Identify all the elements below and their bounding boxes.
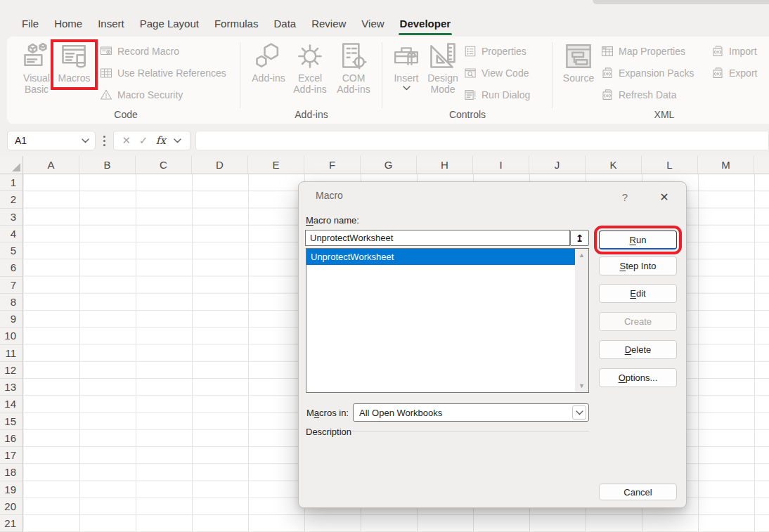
row-header-6[interactable]: 6 xyxy=(0,259,22,276)
name-box[interactable]: A1 xyxy=(7,131,96,150)
column-header-G[interactable]: G xyxy=(361,156,417,174)
design-mode-button[interactable]: Design Mode xyxy=(425,41,461,95)
formula-bar-options-icon[interactable] xyxy=(103,136,105,138)
column-header-L[interactable]: L xyxy=(642,156,698,174)
column-header-H[interactable]: H xyxy=(417,156,473,174)
row-header-16[interactable]: 16 xyxy=(0,430,22,447)
column-header-C[interactable]: C xyxy=(136,156,192,174)
tab-insert[interactable]: Insert xyxy=(90,12,132,36)
excel-add-ins-button[interactable]: Excel Add-ins xyxy=(289,41,331,95)
formula-bar-controls: ✕ ✓ fx xyxy=(113,131,190,150)
close-icon[interactable]: ✕ xyxy=(653,187,676,207)
row-header-17[interactable]: 17 xyxy=(0,447,22,464)
confirm-entry-icon[interactable]: ✓ xyxy=(139,134,148,147)
use-relative-references-button[interactable]: Use Relative References xyxy=(100,65,226,81)
gear-icon xyxy=(295,41,325,72)
row-header-11[interactable]: 11 xyxy=(0,345,22,362)
source-label: Source xyxy=(563,72,594,84)
run-dialog-button[interactable]: Run Dialog xyxy=(464,87,530,103)
select-all-corner[interactable] xyxy=(0,156,23,174)
insert-control-button[interactable]: Insert xyxy=(390,41,422,91)
dropdown-chevron-icon[interactable] xyxy=(572,406,586,420)
scroll-down-icon[interactable]: ▼ xyxy=(575,382,588,389)
row-header-20[interactable]: 20 xyxy=(0,498,22,515)
list-scrollbar[interactable]: ▲ ▼ xyxy=(575,249,588,392)
add-ins-button[interactable]: Add-ins xyxy=(250,41,287,84)
row-header-1[interactable]: 1 xyxy=(0,174,22,191)
tab-home[interactable]: Home xyxy=(46,12,90,36)
row-header-21[interactable]: 21 xyxy=(0,515,22,532)
chevron-down-icon[interactable] xyxy=(174,138,181,143)
row-header-10[interactable]: 10 xyxy=(0,327,22,344)
scroll-up-icon[interactable]: ▲ xyxy=(575,252,588,259)
row-header-4[interactable]: 4 xyxy=(0,226,22,242)
properties-button[interactable]: Properties xyxy=(464,44,526,59)
row-header-13[interactable]: 13 xyxy=(0,379,22,396)
column-header-F[interactable]: F xyxy=(304,156,361,174)
column-header-E[interactable]: E xyxy=(248,156,304,174)
tab-formulas[interactable]: Formulas xyxy=(207,12,266,36)
expansion-packs-button[interactable]: Expansion Packs xyxy=(601,65,694,81)
column-header-J[interactable]: J xyxy=(529,156,586,174)
tab-data[interactable]: Data xyxy=(266,12,304,36)
group-separator xyxy=(240,42,240,108)
step-into-button[interactable]: Step Into xyxy=(599,257,677,275)
macros-in-select[interactable]: All Open Workbooks xyxy=(353,403,589,422)
tab-view[interactable]: View xyxy=(354,12,392,36)
row-header-8[interactable]: 8 xyxy=(0,294,22,311)
macro-list[interactable]: UnprotectWorksheet ▲ ▼ xyxy=(306,248,589,393)
column-header-D[interactable]: D xyxy=(192,156,248,174)
chevron-down-icon xyxy=(82,138,89,143)
map-properties-button[interactable]: Map Properties xyxy=(601,44,685,59)
row-header-3[interactable]: 3 xyxy=(0,209,22,226)
formula-bar-input[interactable] xyxy=(195,131,769,150)
macros-in-label: Macros in: xyxy=(306,408,349,418)
column-header-M[interactable]: M xyxy=(698,156,754,174)
row-header-7[interactable]: 7 xyxy=(0,277,22,294)
cancel-button[interactable]: Cancel xyxy=(599,484,677,500)
controls-group-label: Controls xyxy=(389,109,546,120)
column-header-A[interactable]: A xyxy=(23,156,79,174)
tab-page-layout[interactable]: Page Layout xyxy=(132,12,207,36)
help-icon[interactable]: ? xyxy=(616,188,633,205)
row-header-12[interactable]: 12 xyxy=(0,362,22,379)
source-button[interactable]: Source xyxy=(560,41,597,84)
row-header-18[interactable]: 18 xyxy=(0,464,22,481)
options-button[interactable]: Options... xyxy=(599,368,677,387)
cancel-entry-icon[interactable]: ✕ xyxy=(122,134,131,147)
com-add-ins-button[interactable]: COM Add-ins xyxy=(332,41,375,95)
run-dialog-icon xyxy=(464,89,477,101)
insert-label: Insert xyxy=(394,72,418,84)
tab-file[interactable]: File xyxy=(14,12,46,36)
column-header-B[interactable]: B xyxy=(79,156,136,174)
tab-developer[interactable]: Developer xyxy=(392,12,459,36)
select-all-triangle-icon xyxy=(12,163,20,171)
macro-security-button[interactable]: Macro Security xyxy=(100,87,183,103)
column-header-partial xyxy=(754,156,769,174)
refresh-data-button[interactable]: Refresh Data xyxy=(601,87,676,103)
row-header-15[interactable]: 15 xyxy=(0,413,22,430)
macro-name-input[interactable]: UnprotectWorksheet xyxy=(305,230,570,246)
import-button[interactable]: Import xyxy=(711,44,757,59)
tab-review[interactable]: Review xyxy=(304,12,354,36)
column-header-I[interactable]: I xyxy=(473,156,529,174)
insert-function-icon[interactable]: fx xyxy=(156,134,166,147)
record-macro-button[interactable]: Record Macro xyxy=(100,44,179,59)
com-add-ins-icon xyxy=(338,41,369,72)
expand-up-icon[interactable]: ↥ xyxy=(570,230,589,246)
row-header-5[interactable]: 5 xyxy=(0,242,22,259)
row-header-2[interactable]: 2 xyxy=(0,191,22,208)
edit-button[interactable]: Edit xyxy=(599,284,677,303)
macro-list-item[interactable]: UnprotectWorksheet xyxy=(306,249,575,265)
add-ins-group-label: Add-ins xyxy=(247,109,376,120)
import-icon xyxy=(711,45,724,58)
row-header-19[interactable]: 19 xyxy=(0,481,22,498)
export-button[interactable]: Export xyxy=(711,65,757,81)
delete-button[interactable]: Delete xyxy=(599,340,677,359)
row-header-9[interactable]: 9 xyxy=(0,311,22,327)
row-header-14[interactable]: 14 xyxy=(0,396,22,413)
column-header-K[interactable]: K xyxy=(586,156,642,174)
view-code-button[interactable]: View Code xyxy=(464,65,529,81)
run-button[interactable]: Run xyxy=(599,231,677,249)
chevron-down-icon xyxy=(403,86,411,91)
